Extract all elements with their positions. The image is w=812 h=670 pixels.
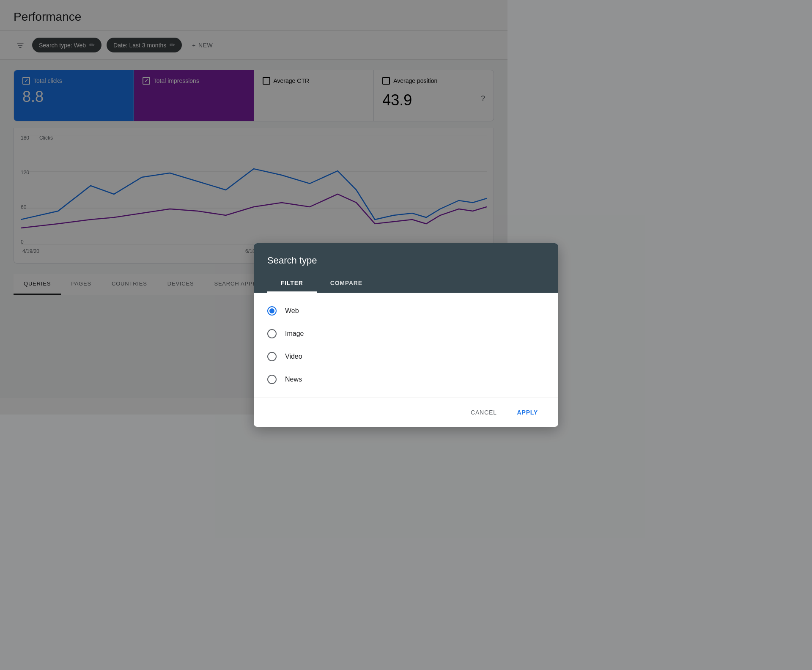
dialog-tab-compare[interactable]: COMPARE bbox=[317, 275, 376, 293]
search-type-dialog: Search type FILTER COMPARE Web Image Vid… bbox=[254, 243, 508, 415]
dialog-body: Web Image Video News bbox=[254, 293, 508, 398]
dialog-tab-filter[interactable]: FILTER bbox=[267, 275, 317, 293]
radio-web-label: Web bbox=[285, 307, 299, 315]
radio-option-web[interactable]: Web bbox=[267, 299, 508, 322]
radio-option-video[interactable]: Video bbox=[267, 345, 508, 368]
cancel-button[interactable]: CANCEL bbox=[464, 405, 504, 415]
dialog-title: Search type bbox=[267, 255, 508, 266]
radio-web[interactable] bbox=[267, 306, 277, 316]
radio-option-news[interactable]: News bbox=[267, 368, 508, 391]
radio-image[interactable] bbox=[267, 329, 277, 338]
radio-news[interactable] bbox=[267, 375, 277, 384]
dialog-footer: CANCEL APPLY bbox=[254, 398, 508, 415]
radio-option-image[interactable]: Image bbox=[267, 322, 508, 345]
radio-video-label: Video bbox=[285, 353, 302, 360]
radio-image-label: Image bbox=[285, 330, 304, 338]
dialog-header: Search type FILTER COMPARE bbox=[254, 243, 508, 293]
radio-video[interactable] bbox=[267, 352, 277, 361]
dialog-tabs: FILTER COMPARE bbox=[267, 275, 508, 293]
radio-news-label: News bbox=[285, 376, 302, 383]
modal-overlay: Search type FILTER COMPARE Web Image Vid… bbox=[0, 0, 508, 415]
